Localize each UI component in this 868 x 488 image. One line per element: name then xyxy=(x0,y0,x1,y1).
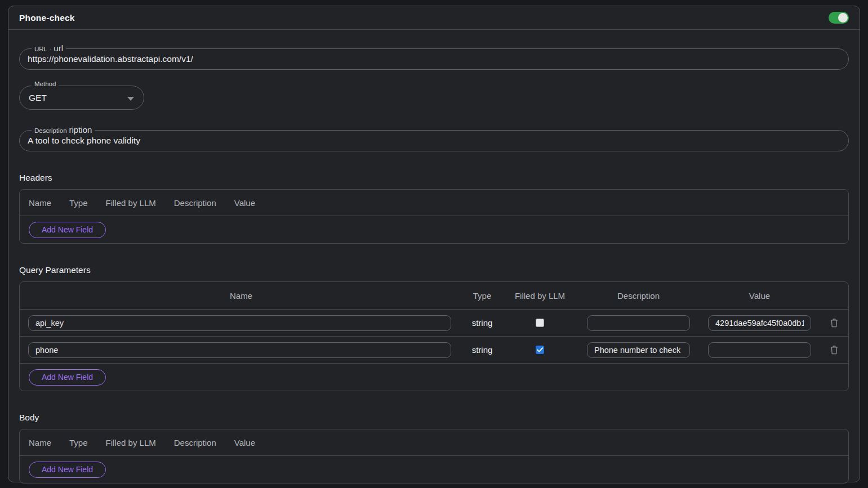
headers-add-new-field-button[interactable]: Add New Field xyxy=(29,222,106,238)
description-input[interactable] xyxy=(28,136,840,146)
method-select[interactable]: Method GET xyxy=(19,86,144,110)
filled-by-llm-checkbox[interactable] xyxy=(536,346,544,354)
headers-table-header: Name Type Filled by LLM Description Valu… xyxy=(20,190,848,216)
headers-col-name: Name xyxy=(29,198,51,208)
qp-col-filled: Filled by LLM xyxy=(502,291,578,301)
param-name-input[interactable] xyxy=(28,342,451,358)
url-label-separator: · xyxy=(50,47,51,52)
description-field: Description ription xyxy=(19,130,849,151)
qp-col-type: Type xyxy=(462,291,502,301)
query-params-add-new-field-button[interactable]: Add New Field xyxy=(29,369,106,386)
param-description-input[interactable] xyxy=(587,342,690,358)
method-value: GET xyxy=(29,93,47,103)
param-type-value: string xyxy=(472,345,493,355)
delete-row-button[interactable] xyxy=(829,317,840,329)
tool-config-panel: Phone-check URL · url Method GET Descr xyxy=(8,6,860,482)
body-add-row: Add New Field xyxy=(20,456,848,483)
description-label-small: Description xyxy=(34,128,67,135)
headers-add-row: Add New Field xyxy=(20,216,848,243)
trash-icon xyxy=(830,318,839,328)
body-col-value: Value xyxy=(234,438,255,447)
delete-row-button[interactable] xyxy=(829,344,840,356)
description-label-large: ription xyxy=(69,126,92,134)
headers-col-type: Type xyxy=(69,198,88,208)
query-params-table-header: Name Type Filled by LLM Description Valu… xyxy=(20,282,848,310)
url-field: URL · url xyxy=(19,48,849,70)
body-add-new-field-button[interactable]: Add New Field xyxy=(29,462,106,478)
content: URL · url Method GET Description ription… xyxy=(8,48,860,483)
param-value-input[interactable] xyxy=(708,342,811,358)
toggle-knob xyxy=(838,13,848,23)
enabled-toggle[interactable] xyxy=(829,12,849,24)
query-params-section-title: Query Parameters xyxy=(19,265,849,275)
method-field-label: Method xyxy=(32,81,59,88)
query-params-table: Name Type Filled by LLM Description Valu… xyxy=(19,281,849,391)
url-label-large: url xyxy=(54,44,63,52)
trash-icon xyxy=(830,345,839,355)
query-params-add-row: Add New Field xyxy=(20,364,848,391)
qp-col-description: Description xyxy=(578,291,699,301)
param-value-input[interactable] xyxy=(708,315,811,331)
table-row-phone: string xyxy=(20,337,848,364)
body-col-description: Description xyxy=(174,438,216,447)
body-table-header: Name Type Filled by LLM Description Valu… xyxy=(20,429,848,456)
table-row-api-key: string xyxy=(20,310,848,337)
body-table: Name Type Filled by LLM Description Valu… xyxy=(19,429,849,483)
description-field-label: Description ription xyxy=(32,126,95,135)
qp-col-name: Name xyxy=(20,291,462,301)
param-description-input[interactable] xyxy=(587,315,690,331)
headers-col-filled: Filled by LLM xyxy=(106,198,156,208)
page-title: Phone-check xyxy=(19,13,75,23)
body-col-filled: Filled by LLM xyxy=(106,438,156,447)
qp-col-value: Value xyxy=(699,291,820,301)
headers-table: Name Type Filled by LLM Description Valu… xyxy=(19,189,849,244)
method-label: Method xyxy=(34,81,56,88)
body-col-type: Type xyxy=(69,438,88,447)
url-label-small: URL xyxy=(34,46,47,53)
chevron-down-icon xyxy=(127,97,134,101)
url-field-label: URL · url xyxy=(32,44,66,53)
headers-section-title: Headers xyxy=(19,173,849,183)
headers-col-description: Description xyxy=(174,198,216,208)
titlebar: Phone-check xyxy=(8,6,860,30)
filled-by-llm-checkbox[interactable] xyxy=(536,319,544,327)
param-name-input[interactable] xyxy=(28,315,451,331)
body-col-name: Name xyxy=(29,438,51,447)
param-type-value: string xyxy=(472,318,493,328)
headers-col-value: Value xyxy=(234,198,255,208)
body-section-title: Body xyxy=(19,413,849,423)
url-input[interactable] xyxy=(28,54,840,64)
